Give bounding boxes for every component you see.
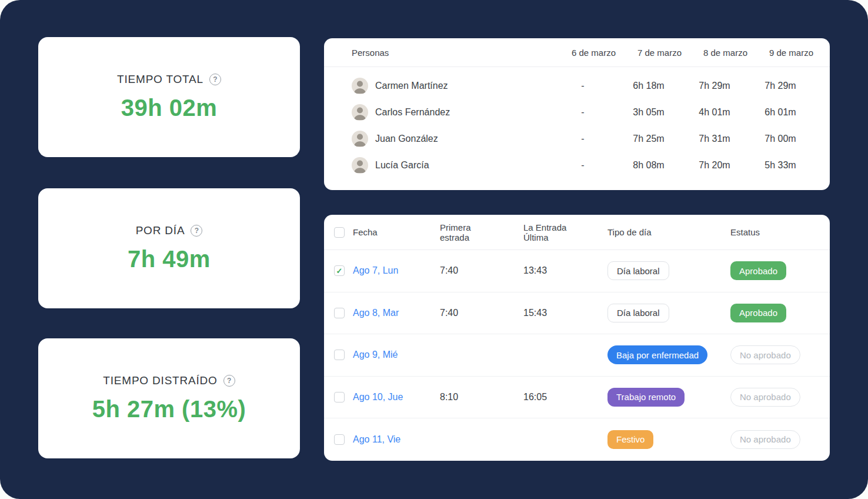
day-type-cell: Festivo bbox=[607, 430, 653, 449]
row-checkbox[interactable] bbox=[334, 392, 345, 402]
people-table-header: Personas 6 de marzo 7 de marzo 8 de marz… bbox=[324, 38, 830, 67]
people-table-card: Personas 6 de marzo 7 de marzo 8 de marz… bbox=[324, 38, 830, 190]
day-total-value: 3h 05m bbox=[616, 107, 682, 118]
date-link[interactable]: Ago 10, Jue bbox=[353, 392, 403, 402]
day-total-value: 6h 01m bbox=[747, 107, 813, 118]
timesheet-row: Ago 8, Mar7:4015:43Día laboralAprobado bbox=[324, 292, 830, 335]
people-row: Carmen Martínez-6h 18m7h 29m7h 29m bbox=[324, 72, 830, 99]
last-entry-value: 15:43 bbox=[523, 308, 547, 318]
status-chip[interactable]: No aprobado bbox=[730, 345, 800, 364]
timesheet-table-card: Fecha Primera estrada La Entrada Última … bbox=[324, 215, 830, 461]
day-total-value: 7h 31m bbox=[682, 134, 747, 144]
day-type-cell: Día laboral bbox=[607, 261, 669, 280]
day-total-value: 7h 20m bbox=[682, 160, 747, 171]
status-chip[interactable]: No aprobado bbox=[730, 388, 800, 407]
day-total-value: 4h 01m bbox=[682, 107, 747, 118]
date-column-header: 7 de marzo bbox=[616, 48, 682, 58]
day-type-cell: Día laboral bbox=[607, 304, 669, 322]
day-total-value: 7h 25m bbox=[616, 134, 682, 144]
people-row: Carlos Fernández-3h 05m4h 01m6h 01m bbox=[324, 99, 830, 125]
timesheet-row: Ago 11, VieFestivoNo aprobado bbox=[324, 418, 830, 461]
day-type-chip[interactable]: Día laboral bbox=[607, 304, 669, 322]
last-entry-value: 16:05 bbox=[523, 392, 547, 402]
per-day-value: 7h 49m bbox=[128, 246, 211, 272]
card-title: POR DÍA bbox=[136, 224, 185, 237]
person-name: Lucía García bbox=[375, 160, 550, 171]
day-total-value: 8h 08m bbox=[616, 160, 682, 171]
day-type-column-header: Tipo de día bbox=[607, 227, 652, 237]
people-column-header: Personas bbox=[352, 48, 550, 58]
date-column-header: 6 de marzo bbox=[550, 48, 616, 58]
total-time-value: 39h 02m bbox=[121, 95, 218, 121]
distracted-time-card: TIEMPO DISTRAÍDO ? 5h 27m (13%) bbox=[38, 338, 300, 458]
date-link[interactable]: Ago 11, Vie bbox=[353, 434, 400, 445]
status-chip[interactable]: Aprobado bbox=[730, 304, 786, 322]
day-total-value: - bbox=[550, 134, 616, 144]
day-type-cell: Trabajo remoto bbox=[607, 388, 685, 407]
status-chip[interactable]: No aprobado bbox=[730, 430, 800, 449]
first-entry-value: 8:10 bbox=[440, 392, 458, 402]
status-cell: No aprobado bbox=[730, 430, 800, 449]
first-entry-value: 7:40 bbox=[440, 308, 458, 318]
status-cell: No aprobado bbox=[730, 345, 800, 364]
avatar bbox=[352, 104, 368, 121]
day-type-chip[interactable]: Baja por enfermedad bbox=[607, 345, 707, 364]
card-title: TIEMPO TOTAL bbox=[117, 73, 203, 86]
fecha-column-header: Fecha bbox=[353, 227, 378, 237]
person-name: Carlos Fernández bbox=[375, 107, 550, 118]
day-type-chip[interactable]: Festivo bbox=[607, 430, 653, 449]
people-row: Lucía García-8h 08m7h 20m5h 33m bbox=[324, 152, 830, 178]
avatar bbox=[352, 78, 368, 94]
status-cell: No aprobado bbox=[730, 388, 800, 407]
per-day-card: POR DÍA ? 7h 49m bbox=[38, 188, 300, 308]
status-cell: Aprobado bbox=[730, 304, 786, 322]
date-link[interactable]: Ago 9, Mié bbox=[353, 350, 398, 360]
help-icon[interactable]: ? bbox=[191, 225, 202, 237]
last-entry-column-header: La Entrada Última bbox=[523, 222, 579, 242]
first-entry-value: 7:40 bbox=[440, 265, 458, 276]
day-total-value: 6h 18m bbox=[616, 81, 682, 91]
status-column-header: Estatus bbox=[730, 227, 760, 237]
distracted-time-value: 5h 27m (13%) bbox=[92, 396, 246, 423]
day-total-value: - bbox=[550, 81, 616, 91]
dark-background-panel: TIEMPO TOTAL ? 39h 02m POR DÍA ? 7h 49m … bbox=[0, 0, 868, 499]
day-total-value: 7h 29m bbox=[747, 81, 813, 91]
day-total-value: 7h 00m bbox=[747, 134, 813, 144]
avatar bbox=[352, 131, 368, 147]
status-cell: Aprobado bbox=[730, 261, 786, 280]
day-type-chip[interactable]: Trabajo remoto bbox=[607, 388, 685, 407]
row-checkbox[interactable] bbox=[334, 308, 345, 318]
row-checkbox[interactable] bbox=[334, 350, 345, 360]
day-total-value: 7h 29m bbox=[682, 81, 747, 91]
timesheet-row: Ago 9, MiéBaja por enfermedadNo aprobado bbox=[324, 334, 830, 377]
date-link[interactable]: Ago 8, Mar bbox=[353, 308, 399, 318]
card-title: TIEMPO DISTRAÍDO bbox=[103, 374, 217, 387]
day-type-cell: Baja por enfermedad bbox=[607, 345, 707, 364]
timesheet-header: Fecha Primera estrada La Entrada Última … bbox=[324, 215, 830, 250]
dashboard: TIEMPO TOTAL ? 39h 02m POR DÍA ? 7h 49m … bbox=[0, 0, 868, 499]
row-checkbox[interactable] bbox=[334, 434, 345, 445]
date-column-header: 9 de marzo bbox=[747, 48, 813, 58]
date-column-header: 8 de marzo bbox=[682, 48, 747, 58]
total-time-card: TIEMPO TOTAL ? 39h 02m bbox=[38, 37, 300, 157]
timesheet-row: ✓Ago 7, Lun7:4013:43Día laboralAprobado bbox=[324, 250, 830, 292]
day-type-chip[interactable]: Día laboral bbox=[607, 261, 669, 280]
help-icon[interactable]: ? bbox=[223, 375, 235, 387]
avatar bbox=[352, 157, 368, 174]
person-name: Carmen Martínez bbox=[375, 81, 550, 91]
last-entry-value: 13:43 bbox=[523, 265, 547, 276]
people-rows: Carmen Martínez-6h 18m7h 29m7h 29mCarlos… bbox=[324, 67, 830, 178]
first-entry-column-header: Primera estrada bbox=[440, 222, 482, 242]
day-total-value: 5h 33m bbox=[747, 160, 813, 171]
day-total-value: - bbox=[550, 160, 616, 171]
person-name: Juan González bbox=[375, 134, 550, 144]
help-icon[interactable]: ? bbox=[209, 74, 221, 85]
date-link[interactable]: Ago 7, Lun bbox=[353, 265, 398, 276]
row-checkbox[interactable]: ✓ bbox=[334, 265, 345, 276]
select-all-checkbox[interactable] bbox=[334, 227, 345, 238]
timesheet-row: Ago 10, Jue8:1016:05Trabajo remotoNo apr… bbox=[324, 377, 830, 419]
status-chip[interactable]: Aprobado bbox=[730, 261, 786, 280]
day-total-value: - bbox=[550, 107, 616, 118]
timesheet-rows: ✓Ago 7, Lun7:4013:43Día laboralAprobadoA… bbox=[324, 250, 830, 461]
people-row: Juan González-7h 25m7h 31m7h 00m bbox=[324, 125, 830, 152]
